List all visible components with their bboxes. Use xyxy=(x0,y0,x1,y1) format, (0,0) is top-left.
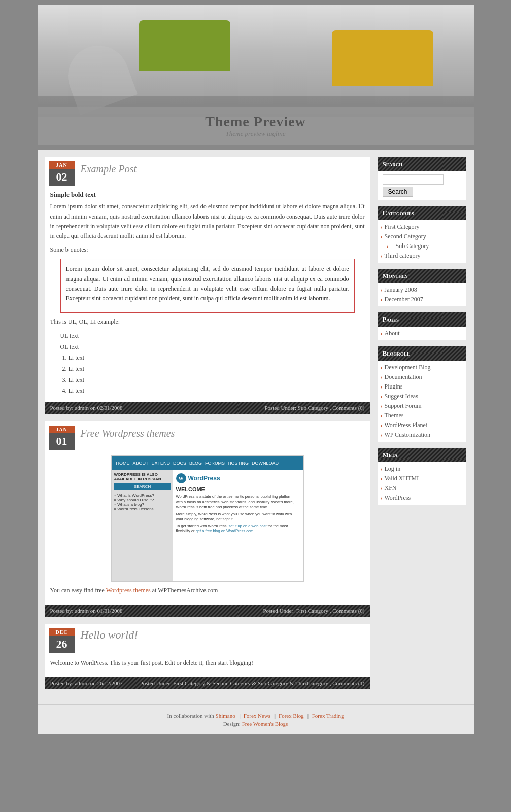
ul-item-1: UL text xyxy=(60,331,365,342)
post-footer-1: Posted by: admin on 02/01/2008 Posted Un… xyxy=(45,402,370,414)
sidebar-pages-title: Pages xyxy=(378,312,466,327)
post-day-2: 01 xyxy=(56,435,67,447)
sidebar-monthly: Monthly January 2008 December 2007 xyxy=(378,269,466,306)
ul-ol-example: UL text OL text Li text Li text Li text … xyxy=(60,331,365,397)
ol-item-4: Li text xyxy=(69,385,365,397)
site-footer: In collaboration with Shimano || Forex N… xyxy=(38,704,474,734)
meta-item-4[interactable]: WordPress xyxy=(381,493,463,503)
search-input[interactable] xyxy=(383,174,444,185)
post-hello: DEC 26 Hello world! Welcome to WordPress… xyxy=(45,624,370,689)
collab-text: In collaboration with xyxy=(167,713,214,719)
pages-list: About xyxy=(378,327,466,340)
post-text-3: Welcome to WordPress. This is your first… xyxy=(50,658,365,668)
blogroll-item-6[interactable]: Themes xyxy=(381,411,463,420)
post-meta-left-1: Posted by: admin on 02/01/2008 xyxy=(50,405,123,411)
post-meta-left-2: Posted by: admin on 01/01/2008 xyxy=(50,608,123,614)
ul-ol-label: This is UL, OL, LI example: xyxy=(50,317,365,327)
monthly-list: January 2008 December 2007 xyxy=(378,283,466,306)
post-example: JAN 02 Example Post Simple bold text Lor… xyxy=(45,157,370,414)
post-meta-right-1: Posted Under: Sub Category , Comments (0… xyxy=(264,405,364,411)
sidebar-blogroll: Blogroll Development Blog Documentation … xyxy=(378,346,466,442)
category-item-3[interactable]: Sub Category xyxy=(381,241,463,251)
sidebar-meta: Meta Log in Valid XHTML XFN WordPress xyxy=(378,448,466,505)
post-title-3[interactable]: Hello world! xyxy=(81,628,138,642)
forex-news-link[interactable]: Forex News xyxy=(244,713,270,719)
ol-item-3: Li text xyxy=(69,375,365,386)
bquote-label: Some b-quotes: xyxy=(50,245,365,255)
ol-item-2: Li text xyxy=(69,364,365,375)
monthly-item-1[interactable]: January 2008 xyxy=(381,285,463,295)
sidebar-meta-title: Meta xyxy=(378,448,466,462)
post-day-1: 02 xyxy=(56,170,67,183)
design-link[interactable]: Free Women's Blogs xyxy=(242,721,288,727)
main-content: JAN 02 Example Post Simple bold text Lor… xyxy=(45,157,370,697)
post-footer-2: Posted by: admin on 01/01/2008 Posted Un… xyxy=(45,605,370,617)
footer-design: Design: Free Women's Blogs xyxy=(43,721,469,727)
date-box-1: JAN 02 xyxy=(49,161,75,186)
meta-item-3[interactable]: XFN xyxy=(381,483,463,493)
blogroll-item-7[interactable]: WordPress Planet xyxy=(381,420,463,430)
post-title-2[interactable]: Free Wordpress themes xyxy=(81,426,175,439)
blogroll-item-8[interactable]: WP Customization xyxy=(381,430,463,440)
sidebar-categories-title: Categories xyxy=(378,206,466,220)
header-image xyxy=(38,5,474,117)
forex-blog-link[interactable]: Forex Blog xyxy=(279,713,304,719)
blogroll-item-2[interactable]: Documentation xyxy=(381,372,463,382)
wordpress-themes-link[interactable]: Wordpress themes xyxy=(106,587,151,594)
footer-links: In collaboration with Shimano || Forex N… xyxy=(43,713,469,719)
categories-list: First Category Second Category Sub Categ… xyxy=(378,220,466,263)
meta-item-2[interactable]: Valid XHTML xyxy=(381,474,463,483)
blogroll-list: Development Blog Documentation Plugins S… xyxy=(378,361,466,442)
post-meta-right-3: Posted Under: First Category & Second Ca… xyxy=(140,680,365,686)
sidebar-blogroll-title: Blogroll xyxy=(378,346,466,361)
ol-item-1: Li text xyxy=(69,352,365,364)
date-box-2: JAN 01 xyxy=(49,426,75,450)
post-wordpress: JAN 01 Free Wordpress themes HOME ABOUT xyxy=(45,421,370,617)
post-body-3: Welcome to WordPress. This is your first… xyxy=(45,658,370,677)
site-header: Theme Preview Theme preview tagline xyxy=(38,5,474,145)
blogroll-item-1[interactable]: Development Blog xyxy=(381,363,463,372)
sidebar-categories: Categories First Category Second Categor… xyxy=(378,206,466,263)
post-title-1[interactable]: Example Post xyxy=(81,161,137,175)
header-text: Theme Preview Theme preview tagline xyxy=(38,107,474,145)
post-body-2: HOME ABOUT EXTEND DOCS BLOG FORUMS HOSTI… xyxy=(45,455,370,605)
sidebar-pages: Pages About xyxy=(378,312,466,340)
post-bold-text: Simple bold text xyxy=(50,191,365,199)
shimano-link[interactable]: Shimano xyxy=(216,713,235,719)
site-tagline: Theme preview tagline xyxy=(226,130,286,138)
post-meta-left-3: Posted by: admin on 26/12/2007 xyxy=(50,680,123,686)
post-text-1: Lorem ipsum dolor sit amet, consectetur … xyxy=(50,202,365,241)
meta-item-1[interactable]: Log in xyxy=(381,464,463,474)
blogroll-item-4[interactable]: Suggest Ideas xyxy=(381,392,463,401)
sidebar: Search Search Categories First Category … xyxy=(378,157,466,697)
sidebar-search-title: Search xyxy=(378,157,466,171)
forex-trading-link[interactable]: Forex Trading xyxy=(312,713,344,719)
category-item-4[interactable]: Third category xyxy=(381,251,463,261)
blogroll-item-5[interactable]: Support Forum xyxy=(381,401,463,411)
search-button[interactable]: Search xyxy=(383,187,413,197)
sidebar-monthly-title: Monthly xyxy=(378,269,466,283)
ul-item-2: OL text xyxy=(60,342,365,353)
post-month-1: JAN xyxy=(49,161,75,169)
date-box-3: DEC 26 xyxy=(49,628,75,653)
meta-list: Log in Valid XHTML XFN WordPress xyxy=(378,462,466,505)
blogroll-item-3[interactable]: Plugins xyxy=(381,382,463,392)
post-footer-3: Posted by: admin on 26/12/2007 Posted Un… xyxy=(45,677,370,689)
site-title: Theme Preview xyxy=(205,114,305,130)
blockquote-1: Lorem ipsum dolor sit amet, consectetur … xyxy=(60,259,355,313)
category-item-1[interactable]: First Category xyxy=(381,222,463,232)
post-meta-right-2: Posted Under: First Category , Comments … xyxy=(263,608,364,614)
monthly-item-2[interactable]: December 2007 xyxy=(381,295,463,304)
category-item-2[interactable]: Second Category xyxy=(381,232,463,241)
post-month-2: JAN xyxy=(49,426,75,433)
wordpress-screenshot: HOME ABOUT EXTEND DOCS BLOG FORUMS HOSTI… xyxy=(111,455,304,582)
sidebar-search: Search Search xyxy=(378,157,466,200)
post-text-2: You can easy find free Wordpress themes … xyxy=(50,586,365,595)
post-month-3: DEC xyxy=(49,628,75,636)
pages-item-1[interactable]: About xyxy=(381,329,463,338)
post-day-3: 26 xyxy=(56,638,67,650)
post-body-1: Simple bold text Lorem ipsum dolor sit a… xyxy=(45,191,370,401)
